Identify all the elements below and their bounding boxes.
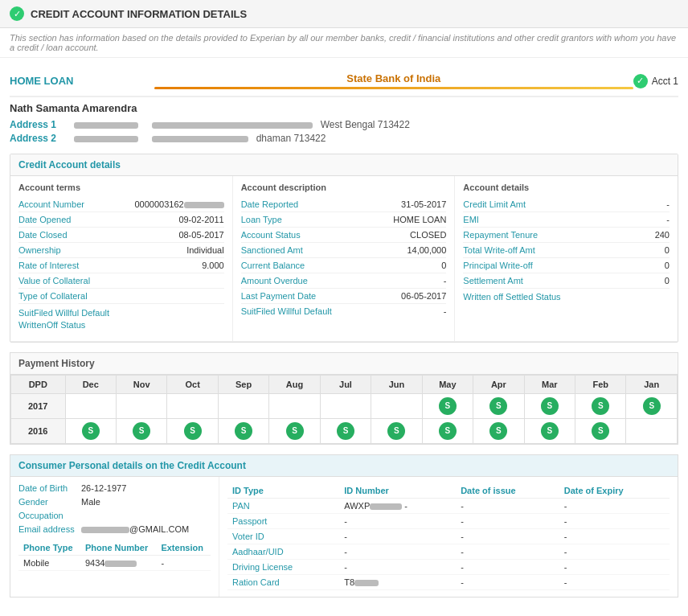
acct-num-blur xyxy=(184,202,224,208)
acct-check-icon: ✓ xyxy=(633,74,648,88)
address2-label: Address 2 xyxy=(10,133,66,144)
id-number-3: - xyxy=(339,544,456,559)
email-value: @GMAIL.COM xyxy=(81,524,189,534)
id-row-4: Driving License - - - xyxy=(227,559,670,574)
id-number-5: T8 xyxy=(339,574,456,589)
id-issue-3: - xyxy=(456,544,559,559)
at-label-6: Type of Collateral xyxy=(18,291,121,301)
id-type-5: Ration Card xyxy=(227,574,339,589)
account-terms-row-2: Date Closed 08-05-2017 xyxy=(18,228,224,243)
dpd-circle: S xyxy=(592,397,609,415)
dpd-circle: S xyxy=(439,422,457,440)
th-jun: Jun xyxy=(371,375,422,393)
p-2016-jan xyxy=(626,418,678,443)
address1-blur1 xyxy=(74,122,138,129)
ad-value-5: - xyxy=(344,276,447,285)
id-number-header: ID Number xyxy=(339,483,456,499)
address2-bar: dhaman 713422 xyxy=(74,133,326,144)
personal-details-section: Consumer Personal details on the Credit … xyxy=(10,454,678,598)
check-icon: ✓ xyxy=(10,6,24,21)
dpd-circle: S xyxy=(286,422,304,440)
th-dpd: DPD xyxy=(11,375,66,393)
address2-row: Address 2 dhaman 713422 xyxy=(10,133,678,144)
account-terms-row-5: Value of Collateral xyxy=(18,273,224,289)
ad-value-6: 06-05-2017 xyxy=(344,291,447,301)
dob-label: Date of Birth xyxy=(18,483,75,493)
th-dec: Dec xyxy=(65,375,116,393)
account-terms-row-1: Date Opened 09-02-2011 xyxy=(18,212,224,228)
p-2017-oct xyxy=(167,393,218,418)
loan-header: HOME LOAN State Bank of India ✓ Acct 1 xyxy=(10,66,678,97)
id-expiry-2: - xyxy=(559,528,670,544)
th-apr: Apr xyxy=(473,375,524,393)
dpd-circle: S xyxy=(489,422,507,440)
id-number-4: - xyxy=(339,559,456,574)
id-type-2: Voter ID xyxy=(227,528,339,544)
dpd-circle: S xyxy=(387,422,405,440)
ph-ext-header: Extension xyxy=(156,540,211,556)
ad-label-2: Account Status xyxy=(241,230,344,240)
p-2016-may: S xyxy=(422,418,473,443)
email-domain: @GMAIL.COM xyxy=(129,524,189,534)
id-type-header: ID Type xyxy=(227,483,339,499)
email-blur xyxy=(81,527,129,533)
address2-blur2 xyxy=(152,136,248,142)
id-expiry-1: - xyxy=(559,513,670,528)
p-2016-jul: S xyxy=(320,418,371,443)
at-label-0: Account Number xyxy=(18,199,121,209)
p-2017-aug xyxy=(269,393,320,418)
dpd-circle: S xyxy=(643,397,661,415)
ad-label-7: SuitFiled Willful Default xyxy=(241,306,344,316)
p-2017-may: S xyxy=(422,393,473,418)
account-terms-row-4: Rate of Interest 9.000 xyxy=(18,258,224,273)
p-2016-feb: S xyxy=(575,418,626,443)
payment-history-section: Payment History DPD Dec Nov Oct Sep Aug … xyxy=(10,352,678,445)
at-label-1: Date Opened xyxy=(18,215,121,224)
p-2017-feb: S xyxy=(575,393,626,418)
p-2017-dec xyxy=(65,393,116,418)
id-issue-1: - xyxy=(456,513,559,528)
adc-row-5: Settlement Amt 0 xyxy=(463,273,670,289)
id-number-2: - xyxy=(339,528,456,544)
address1-label: Address 1 xyxy=(10,119,66,130)
subtitle-text: This section has information based on th… xyxy=(0,28,688,58)
at-value-1: 09-02-2011 xyxy=(121,215,224,224)
th-mar: Mar xyxy=(524,375,575,393)
credit-account-section: Credit Account details Account terms Acc… xyxy=(10,154,678,343)
th-oct: Oct xyxy=(167,375,218,393)
account-terms-header: Account terms xyxy=(18,183,224,192)
p-2017-jan: S xyxy=(626,393,678,418)
payment-table-header-row: DPD Dec Nov Oct Sep Aug Jul Jun May Apr … xyxy=(11,375,678,393)
ad-row-7: SuitFiled Willful Default - xyxy=(241,304,447,318)
id-expiry-0: - xyxy=(559,498,670,513)
address1-bar: West Bengal 713422 xyxy=(74,119,410,130)
ration-blur xyxy=(354,580,379,586)
adc-row-0: Credit Limit Amt - xyxy=(463,197,670,212)
account-details-col: Account details Credit Limit Amt - EMI -… xyxy=(455,176,678,341)
ad-value-4: 0 xyxy=(344,261,447,270)
at-label-7: SuitFiled Willful Default WrittenOff Sta… xyxy=(18,307,121,332)
phone-row-0: Mobile 9434 - xyxy=(18,555,211,570)
at-value-6 xyxy=(121,291,224,301)
p-2017-jun xyxy=(371,393,422,418)
account-details-header: Account details xyxy=(463,183,670,192)
th-sep: Sep xyxy=(218,375,268,393)
id-issue-4: - xyxy=(456,559,559,574)
ad-row-4: Current Balance 0 xyxy=(241,258,447,273)
th-aug: Aug xyxy=(269,375,320,393)
adc-row-4: Principal Write-off 0 xyxy=(463,258,670,273)
ad-value-0: 31-05-2017 xyxy=(344,199,447,209)
ad-value-7: - xyxy=(344,306,447,316)
p-2017-mar: S xyxy=(524,393,575,418)
adc-label-2: Repayment Tenure xyxy=(463,230,566,240)
p-2016-aug: S xyxy=(269,418,320,443)
at-value-0: 0000003162 xyxy=(121,199,224,209)
adc-label-6: Written off Settled Status xyxy=(463,292,566,302)
dpd-circle: S xyxy=(235,422,252,440)
th-jan: Jan xyxy=(626,375,678,393)
page-title: CREDIT ACCOUNT INFORMATION DETAILS xyxy=(31,8,247,20)
year-2017: 2017 xyxy=(11,393,66,418)
adc-row-2: Repayment Tenure 240 xyxy=(463,228,670,243)
p-2016-mar: S xyxy=(524,418,575,443)
id-type-4: Driving License xyxy=(227,559,339,574)
